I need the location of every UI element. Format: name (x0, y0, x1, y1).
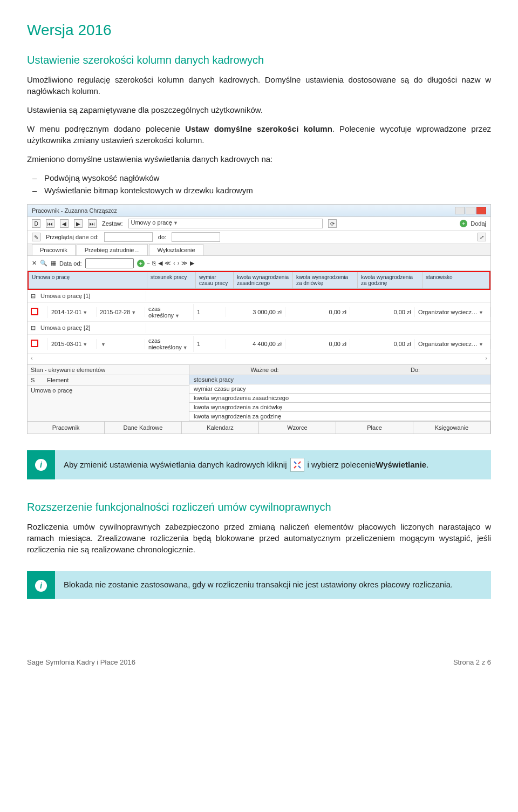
br-row[interactable]: kwota wynagrodzenia za godzinę (189, 412, 490, 421)
grid-icon[interactable]: ▦ (51, 260, 56, 267)
col-stosunek: stosunek pracy (147, 272, 196, 288)
wazne-label: Ważne od: (189, 365, 340, 375)
data-grid: ⊟Umowa o pracę [1] 2014-12-01▼ 2015-02-2… (28, 290, 490, 364)
btab-dane[interactable]: Dane Kadrowe (105, 422, 182, 434)
date-from-label: Przeglądaj dane od: (46, 234, 99, 240)
nav-first-icon[interactable]: ◀ (158, 260, 162, 267)
info1-t4: . (426, 459, 428, 471)
info1-t3: Wyświetlanie (376, 459, 426, 471)
nav-fwd-icon[interactable]: › (178, 260, 180, 267)
page-footer: Sage Symfonia Kadry i Płace 2016 Strona … (0, 631, 518, 677)
main-tabs: Pracownik Przebieg zatrudnie… Wykształce… (28, 244, 490, 256)
cell-k1: 4 400,00 zł (226, 339, 285, 349)
stan-row[interactable]: Umowa o pracę (28, 385, 189, 395)
nav-prev-icon[interactable]: ≪ (165, 260, 171, 267)
col-stanowisko: stanowisko (422, 272, 489, 288)
toolbar-row-1: D ⏮ ◀ ▶ ⏭ Zestaw: Umowy o pracę▼ ⟳ + Dod… (28, 217, 490, 231)
tab-pracownik[interactable]: Pracownik (32, 244, 76, 255)
search-icon[interactable]: 🔍 (40, 260, 47, 267)
br-row[interactable]: kwota wynagrodzenia za dniówkę (189, 403, 490, 412)
cell-stan: Organizator wyciecz… (418, 341, 478, 347)
btab-kalendarz[interactable]: Kalendarz (182, 422, 259, 434)
info-icon-column: i (27, 450, 55, 479)
d-button[interactable]: D (32, 219, 40, 228)
cell-stan: Organizator wyciecz… (418, 309, 478, 315)
info-icon-column: i (27, 571, 55, 599)
btab-pracownik[interactable]: Pracownik (28, 422, 105, 434)
section1-heading: Ustawienie szerokości kolumn danych kadr… (27, 54, 491, 66)
tab-przebieg[interactable]: Przebieg zatrudnie… (77, 244, 148, 255)
col-dniowka: kwota wynagrodzenia za dniówkę (293, 272, 358, 288)
br-row[interactable]: kwota wynagrodzenia zasadniczego (189, 394, 490, 403)
tools-icon[interactable]: ✕ (32, 260, 37, 267)
stan-title: Stan - ukrywanie elementów (28, 365, 189, 375)
tab-wyksztalcenie[interactable]: Wykształcenie (149, 244, 203, 255)
do-label: Do: (340, 365, 490, 375)
date-to-label: do: (158, 234, 166, 240)
toolbar-row-2: ✎ Przeglądaj dane od: do: ⤢ (28, 231, 490, 244)
section2-heading: Rozszerzenie funkcjonalności rozliczeń u… (27, 501, 491, 513)
date-to-input[interactable] (172, 232, 220, 242)
br-row[interactable]: wymiar czasu pracy (189, 384, 490, 394)
zestaw-select[interactable]: Umowy o pracę▼ (128, 219, 323, 228)
table-row[interactable]: 2014-12-01▼ 2015-02-28▼ czas określony▼ … (28, 303, 490, 322)
nav-back-icon[interactable]: ‹ (173, 260, 175, 267)
cell-wym: 1 (194, 339, 226, 349)
maximize-icon[interactable] (466, 207, 475, 214)
btab-ksiegowanie[interactable]: Księgowanie (413, 422, 490, 434)
table-row[interactable]: 2015-03-01▼ ▼ czas nieokreślony▼ 1 4 400… (28, 335, 490, 354)
data-od-input[interactable] (85, 258, 134, 268)
btab-wzorce[interactable]: Wzorce (259, 422, 336, 434)
next-icon[interactable]: ▶ (74, 219, 83, 228)
info2-text: Blokada nie zostanie zastosowana, gdy w … (64, 579, 453, 591)
tools-icon (290, 458, 304, 472)
scroll-right-icon[interactable]: › (485, 355, 487, 363)
bottom-right-panel: Ważne od: Do: stosunek pracy wymiar czas… (189, 365, 490, 421)
date-from-input[interactable] (104, 232, 153, 242)
scroll-left-icon[interactable]: ‹ (31, 355, 33, 363)
last-icon[interactable]: ⏭ (88, 219, 97, 228)
page-title: Wersja 2016 (27, 22, 491, 39)
toolbar-row-3: ✕ 🔍 ▦ Data od: + − ⎘ ◀ ≪ ‹ › ≫ ▶ (28, 256, 490, 271)
refresh-icon[interactable]: ⟳ (328, 219, 337, 228)
first-icon[interactable]: ⏮ (46, 219, 54, 228)
close-icon[interactable] (476, 207, 486, 214)
copy-icon[interactable]: ⎘ (152, 260, 156, 267)
nav-last-icon[interactable]: ▶ (190, 260, 194, 267)
section1-p3: W menu podręcznym dodano polecenie Ustaw… (27, 123, 491, 146)
bullet-item: Podwójną wysokość nagłówków (44, 172, 491, 185)
highlighted-header-area: Umowa o pracę stosunek pracy wymiar czas… (28, 271, 490, 290)
group2-label: Umowa o pracę [2] (40, 324, 90, 331)
footer-left: Sage Symfonia Kadry i Płace 2016 (27, 658, 135, 666)
group-row[interactable]: ⊟Umowa o pracę [1] (28, 290, 490, 303)
add-row-icon[interactable]: + (137, 260, 145, 267)
dodaj-button[interactable]: Dodaj (471, 220, 486, 227)
add-icon[interactable]: + (460, 220, 467, 227)
section1-bullets: Podwójną wysokość nagłówków Wyświetlanie… (27, 172, 491, 197)
section1-p3a: W menu podręcznym dodano polecenie (27, 124, 185, 133)
cell-typ: czas nieokreślony (148, 337, 182, 350)
col-wymiar: wymiar czasu pracy (196, 272, 234, 288)
group-row[interactable]: ⊟Umowa o pracę [2] (28, 322, 490, 335)
cell-d1: 2014-12-01 (51, 309, 81, 315)
window-titlebar: Pracownik - Zuzanna Chrząszcz (28, 205, 490, 217)
cell-k2: 0,00 zł (285, 339, 350, 349)
cell-typ: czas określony (148, 306, 174, 319)
minimize-icon[interactable] (455, 207, 465, 214)
br-row[interactable]: stosunek pracy (189, 375, 490, 384)
col-s: S (28, 375, 44, 385)
section1-p2: Ustawienia są zapamiętywane dla poszczeg… (27, 104, 491, 116)
filter-icon[interactable]: ✎ (32, 233, 40, 241)
group1-label: Umowa o pracę [1] (40, 293, 90, 299)
nav-next-icon[interactable]: ≫ (181, 260, 188, 267)
bullet-item: Wyświetlanie bitmap kontekstowych w drze… (44, 185, 491, 197)
info-icon: i (35, 580, 47, 592)
section1-p3b: Ustaw domyślne szerokości kolumn (185, 124, 332, 133)
prev-icon[interactable]: ◀ (60, 219, 69, 228)
bottom-left-panel: Stan - ukrywanie elementów S Element Umo… (28, 365, 189, 421)
expand-icon[interactable]: ⤢ (478, 233, 486, 241)
btab-place[interactable]: Płace (336, 422, 413, 434)
minus-icon[interactable]: − (147, 260, 150, 267)
info-block-1: i Aby zmienić ustawienia wyświetlania da… (27, 450, 491, 479)
section1-p1: Umożliwiono regulację szerokości kolumn … (27, 74, 491, 97)
